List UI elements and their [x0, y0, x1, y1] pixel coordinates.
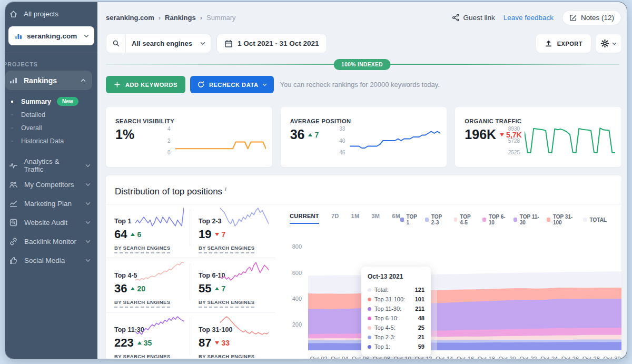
calendar-icon — [224, 40, 233, 48]
stat-cards-row: SEARCH VISIBILITY 1% 420 AVERAGE POSITIO… — [97, 93, 627, 167]
menu-label: Social Media — [24, 257, 65, 264]
project-name: seranking.com — [27, 32, 80, 40]
tile-value: 19 7 — [199, 228, 270, 241]
legend-top-2-3[interactable]: TOP 2-3 — [425, 214, 447, 225]
bullet-icon — [11, 127, 13, 129]
tile-top-2-3: Top 2-3 19 7 BY SEARCH ENGINES — [190, 204, 275, 258]
tile-value: 87 33 — [199, 336, 270, 350]
chevron-down-icon — [85, 164, 91, 168]
tab-3m[interactable]: 3M — [371, 213, 380, 224]
sidebar-item-summary[interactable]: Summary New — [5, 95, 97, 108]
chevron-down-icon — [84, 34, 89, 38]
by-search-engines-link[interactable]: BY SEARCH ENGINES — [114, 353, 170, 359]
breadcrumb-rankings[interactable]: Rankings — [165, 14, 196, 22]
by-search-engines-link[interactable]: BY SEARCH ENGINES — [199, 299, 254, 308]
legend-top-4-5[interactable]: TOP 4-5 — [454, 214, 476, 225]
search-icon — [112, 40, 120, 47]
all-projects-label: All projects — [24, 10, 58, 18]
distribution-title: Distribution of top positionsi — [106, 175, 621, 204]
chart-period-tabs: CURRENT 7D 1M 3M 6M — [290, 213, 400, 224]
search-icon-box[interactable] — [106, 34, 126, 53]
sparkline-block: 893057282525 — [506, 126, 615, 155]
export-button[interactable]: EXPORT — [536, 34, 591, 53]
sidebar-item-website-audit[interactable]: Website Audit — [5, 213, 97, 232]
project-selector[interactable]: seranking.com — [8, 26, 94, 45]
website-audit-icon — [9, 218, 18, 227]
tile-top-4-5: Top 4-5 36 20 BY SEARCH ENGINES — [106, 258, 190, 312]
export-label: EXPORT — [557, 41, 582, 47]
breadcrumb-project[interactable]: seranking.com — [106, 14, 154, 22]
tile-delta: 6 — [131, 230, 141, 239]
menu-label: Website Audit — [24, 219, 67, 227]
add-keywords-button[interactable]: ADD KEYWORDS — [106, 76, 185, 93]
bullet-icon — [11, 114, 13, 115]
legend-top-31-100[interactable]: TOP 31-100 — [547, 214, 576, 225]
tile-delta: 33 — [215, 339, 230, 347]
analytics-waveform-icon — [9, 161, 18, 170]
x-axis-label: Oct-26 — [561, 356, 579, 359]
summary-label: Summary — [21, 98, 51, 105]
share-icon — [452, 14, 460, 22]
rankings-submenu: Summary New Detailed Overall Historical … — [5, 95, 97, 147]
rankings-label: Rankings — [24, 76, 57, 85]
chevron-down-icon — [85, 259, 91, 262]
all-projects-link[interactable]: All projects — [5, 2, 97, 24]
tab-current[interactable]: CURRENT — [290, 213, 319, 224]
card-delta: 7 — [308, 131, 319, 139]
sidebar-item-my-competitors[interactable]: My Competitors — [5, 175, 97, 194]
sidebar-item-marketing-plan[interactable]: Marketing Plan — [5, 194, 97, 213]
export-upload-icon — [545, 40, 552, 47]
menu-label: Backlink Monitor — [24, 238, 76, 245]
tab-7d[interactable]: 7D — [331, 213, 339, 224]
legend-top-1[interactable]: TOP 1 — [400, 214, 418, 225]
settings-button[interactable] — [596, 34, 621, 53]
chart-header: CURRENT 7D 1M 3M 6M TOP 1 TOP 2-3 TOP 4-… — [282, 204, 621, 225]
sparkline-ticks: 893057282525 — [506, 126, 520, 155]
breadcrumb-separator: › — [200, 14, 202, 22]
projects-section-label: PROJECTS — [5, 61, 97, 67]
average-position-card: AVERAGE POSITION 36 7 334046 — [281, 107, 447, 167]
legend-top-11-30[interactable]: TOP 11-30 — [514, 214, 540, 225]
search-engines-value: All search engines — [126, 40, 200, 47]
search-engines-select[interactable]: All search engines — [106, 34, 211, 53]
info-icon[interactable]: i — [225, 185, 226, 192]
tab-6m[interactable]: 6M — [392, 213, 400, 224]
by-search-engines-link[interactable]: BY SEARCH ENGINES — [114, 245, 170, 253]
sidebar-item-analytics-traffic[interactable]: Analytics & Traffic — [5, 156, 97, 175]
legend-top-6-10[interactable]: TOP 6-10 — [482, 214, 507, 225]
sidebar-item-backlink-monitor[interactable]: Backlink Monitor — [5, 232, 97, 251]
by-search-engines-link[interactable]: BY SEARCH ENGINES — [199, 353, 254, 359]
sidebar-item-detailed[interactable]: Detailed — [5, 108, 97, 121]
date-range-picker[interactable]: 1 Oct 2021 - 31 Oct 2021 — [216, 34, 327, 53]
sidebar-divider — [5, 53, 97, 53]
y-axis-label: 400 — [282, 296, 302, 302]
chevron-down-icon — [262, 83, 267, 86]
notes-button[interactable]: Notes (12) — [562, 10, 621, 25]
add-keywords-label: ADD KEYWORDS — [125, 82, 177, 88]
sidebar-item-historical-data[interactable]: Historical Data — [5, 134, 97, 147]
legend-total[interactable]: TOTAL — [583, 217, 607, 223]
sidebar-item-social-media[interactable]: Social Media — [5, 251, 97, 270]
tab-1m[interactable]: 1M — [351, 213, 360, 224]
sidebar-item-overall[interactable]: Overall — [5, 121, 97, 134]
by-search-engines-link[interactable]: BY SEARCH ENGINES — [114, 299, 170, 308]
plus-icon — [114, 81, 121, 88]
chevron-down-icon — [85, 240, 91, 243]
average-position-sparkline — [350, 126, 440, 155]
top-31-100-sparkline — [220, 314, 269, 337]
recheck-data-button[interactable]: RECHECK DATA — [190, 76, 274, 93]
x-axis-label: Oct-02 — [310, 356, 327, 359]
top-1-sparkline — [135, 205, 184, 229]
x-axis-label: Oct-06 — [352, 356, 369, 359]
historical-data-label: Historical Data — [21, 137, 64, 145]
recheck-data-label: RECHECK DATA — [209, 82, 259, 88]
leave-feedback-link[interactable]: Leave feedback — [503, 14, 554, 22]
sidebar-item-rankings[interactable]: Rankings — [5, 71, 92, 90]
top-4-5-sparkline — [135, 260, 184, 283]
guest-link-button[interactable]: Guest link — [452, 14, 495, 22]
distribution-card: Distribution of top positionsi Top 1 64 … — [106, 175, 621, 359]
chevron-down-icon — [85, 221, 91, 224]
x-axis-label: Oct-10 — [394, 356, 411, 359]
stacked-area-chart[interactable] — [308, 232, 621, 350]
by-search-engines-link[interactable]: BY SEARCH ENGINES — [199, 245, 254, 253]
